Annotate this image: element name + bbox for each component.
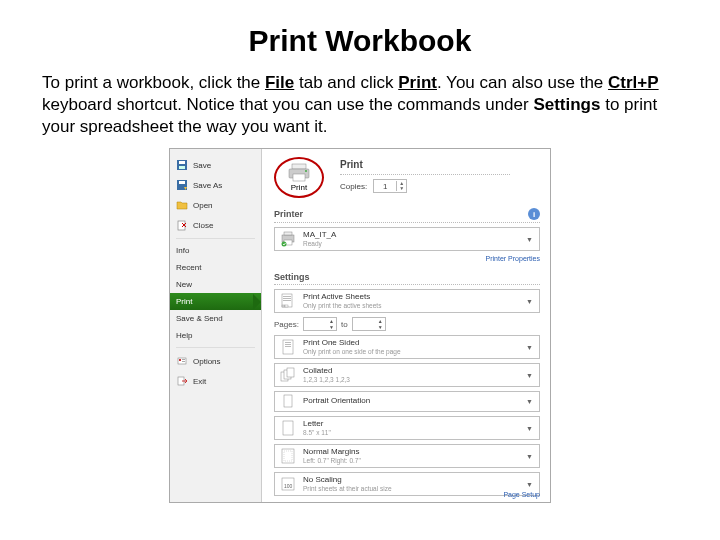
svg-rect-7: [179, 359, 181, 361]
print-pane: Print Print Copies: 1 ▲▼ Printer i MA_IT…: [262, 149, 550, 502]
shortcut-word: Ctrl+P: [608, 73, 659, 92]
svg-rect-23: [282, 305, 285, 307]
printer-status: Ready: [303, 240, 518, 247]
print-button-label: Print: [291, 183, 307, 192]
dropdown-sub: Print sheets at their actual size: [303, 485, 518, 492]
sidebar-item-print[interactable]: Print: [170, 293, 261, 310]
svg-rect-4: [179, 181, 185, 184]
sidebar-item-save-as[interactable]: Save As: [170, 175, 261, 195]
collated-icon: [279, 366, 297, 384]
pages-from-input[interactable]: ▲▼: [303, 317, 337, 331]
dropdown-main: Normal Margins: [303, 448, 518, 457]
page-title: Print Workbook: [0, 24, 720, 58]
svg-point-14: [305, 170, 307, 172]
svg-rect-31: [287, 368, 294, 377]
sidebar-label: Exit: [193, 377, 206, 386]
dropdown-sub: Only print the active sheets: [303, 302, 518, 309]
pages-row: Pages: ▲▼ to ▲▼: [274, 317, 540, 331]
dropdown-sub: Only print on one side of the page: [303, 348, 518, 355]
print-button[interactable]: Print: [274, 157, 324, 198]
spinner-down-icon[interactable]: ▼: [397, 186, 406, 191]
save-icon: [176, 159, 188, 171]
settings-word: Settings: [533, 95, 600, 114]
paper-size-dropdown[interactable]: Letter8.5" x 11" ▼: [274, 416, 540, 440]
one-sided-icon: [279, 338, 297, 356]
printer-properties-link[interactable]: Printer Properties: [274, 255, 540, 262]
scaling-dropdown[interactable]: 100 No ScalingPrint sheets at their actu…: [274, 472, 540, 496]
print-word: Print: [398, 73, 437, 92]
sidebar-item-exit[interactable]: Exit: [170, 371, 261, 391]
settings-section-title: Settings: [274, 272, 540, 285]
sidebar-item-options[interactable]: Options: [170, 351, 261, 371]
print-heading: Print: [340, 159, 510, 170]
svg-rect-9: [182, 361, 185, 362]
spinner-icon: ▲▼: [327, 318, 336, 330]
copies-spinner[interactable]: 1 ▲▼: [373, 179, 407, 193]
sidebar-item-recent[interactable]: Recent: [170, 259, 261, 276]
sheets-icon: [279, 292, 297, 310]
copies-value: 1: [374, 182, 396, 191]
sidebar-item-save[interactable]: Save: [170, 155, 261, 175]
printer-info-icon[interactable]: i: [528, 208, 540, 220]
svg-rect-22: [283, 300, 291, 301]
dropdown-sub: 1,2,3 1,2,3 1,2,3: [303, 376, 518, 383]
file-word: File: [265, 73, 294, 92]
sidebar-label: Recent: [176, 263, 201, 272]
svg-rect-1: [179, 161, 185, 164]
sidebar-item-open[interactable]: Open: [170, 195, 261, 215]
svg-rect-2: [179, 166, 185, 169]
instr-text: keyboard shortcut. Notice that you can u…: [42, 95, 533, 114]
chevron-down-icon: ▼: [524, 425, 535, 432]
collate-dropdown[interactable]: Collated1,2,3 1,2,3 1,2,3 ▼: [274, 363, 540, 387]
svg-rect-16: [284, 232, 292, 235]
dropdown-main: Portrait Orientation: [303, 397, 518, 406]
svg-text:100: 100: [284, 483, 293, 489]
print-what-dropdown[interactable]: Print Active SheetsOnly print the active…: [274, 289, 540, 313]
orientation-dropdown[interactable]: Portrait Orientation ▼: [274, 391, 540, 412]
chevron-down-icon: ▼: [524, 298, 535, 305]
sidebar-label: Options: [193, 357, 221, 366]
sidebar-item-info[interactable]: Info: [170, 242, 261, 259]
instructions: To print a workbook, click the File tab …: [42, 72, 678, 138]
sidebar-item-help[interactable]: Help: [170, 327, 261, 344]
save-as-icon: [176, 179, 188, 191]
sidebar-item-close[interactable]: Close: [170, 215, 261, 235]
print-header: Print Print Copies: 1 ▲▼: [274, 157, 540, 198]
sidebar-label: Save: [193, 161, 211, 170]
pages-to-label: to: [341, 320, 348, 329]
chevron-down-icon: ▼: [524, 372, 535, 379]
file-menu-sidebar: Save Save As Open Close Info Recent New …: [170, 149, 262, 502]
svg-rect-11: [292, 164, 306, 169]
chevron-down-icon: ▼: [524, 453, 535, 460]
margins-dropdown[interactable]: Normal MarginsLeft: 0.7" Right: 0.7" ▼: [274, 444, 540, 468]
chevron-down-icon: ▼: [524, 398, 535, 405]
paper-icon: [279, 419, 297, 437]
svg-rect-32: [284, 395, 292, 407]
svg-rect-21: [283, 298, 291, 299]
options-icon: [176, 355, 188, 367]
sides-dropdown[interactable]: Print One SidedOnly print on one side of…: [274, 335, 540, 359]
sidebar-separator: [176, 238, 255, 239]
margins-icon: [279, 447, 297, 465]
svg-rect-27: [285, 344, 291, 345]
dropdown-main: Collated: [303, 367, 518, 376]
sidebar-label: Info: [176, 246, 189, 255]
printer-icon: [286, 163, 312, 183]
page-setup-link[interactable]: Page Setup: [503, 491, 540, 498]
sidebar-item-save-send[interactable]: Save & Send: [170, 310, 261, 327]
chevron-down-icon: ▼: [524, 236, 535, 243]
scaling-icon: 100: [279, 475, 297, 493]
svg-rect-8: [182, 359, 185, 360]
pages-to-input[interactable]: ▲▼: [352, 317, 386, 331]
sidebar-label: Close: [193, 221, 213, 230]
printer-device-icon: [279, 230, 297, 248]
dropdown-main: Print One Sided: [303, 339, 518, 348]
sidebar-label: New: [176, 280, 192, 289]
sidebar-label: Help: [176, 331, 192, 340]
excel-backstage-screenshot: Save Save As Open Close Info Recent New …: [169, 148, 551, 503]
sidebar-item-new[interactable]: New: [170, 276, 261, 293]
svg-rect-28: [285, 346, 291, 347]
printer-dropdown[interactable]: MA_IT_AReady ▼: [274, 227, 540, 251]
close-icon: [176, 219, 188, 231]
sidebar-label: Save & Send: [176, 314, 223, 323]
